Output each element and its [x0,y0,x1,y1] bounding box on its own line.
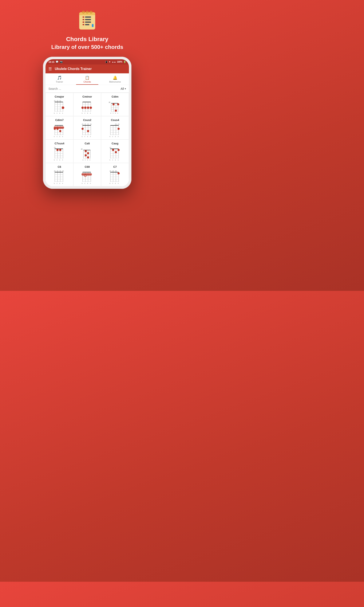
chord-c69[interactable]: C69 G C E [73,163,101,186]
svg-text:G: G [83,159,83,161]
svg-text:E: E [115,136,116,137]
chord-csus2-diagram: G C E A [79,123,96,138]
chord-grid: Cmajor [46,93,129,186]
search-bar: All ▾ [46,85,129,93]
metronome-icon: 🔔 [113,76,117,80]
tab-chords-label: Chords [83,80,91,83]
chord-calt[interactable]: Calt 2fr G C [73,140,101,163]
chord-csus2-name: Csus2 [83,119,91,122]
chord-csus4-diagram: G C E A [107,123,123,138]
svg-point-94 [87,124,89,125]
chord-cmajor[interactable]: Cmajor [46,93,73,116]
chord-c69-diagram: G C E A [79,170,96,185]
svg-text:G: G [110,136,110,137]
svg-text:C: C [112,136,113,137]
svg-text:A: A [118,183,119,184]
chord-cdim-name: Cdim [112,95,119,98]
phone-screen: 18:15 💬 📷 📳 ▼ ▲▲ 100% 🔋 ☰ Ukulele Chords… [46,59,129,186]
battery-text: 100% [117,61,122,63]
menu-icon[interactable]: ☰ [49,66,52,71]
svg-text:C: C [84,183,85,184]
svg-point-164 [117,149,120,151]
svg-point-179 [57,171,58,172]
svg-text:2fr: 2fr [81,148,83,150]
chord-cminor[interactable]: Cminor G C [73,93,101,116]
chord-cminor-name: Cminor [82,95,92,98]
svg-text:C: C [57,136,57,137]
chord-c7-diagram: G C E A [107,170,123,185]
search-input[interactable] [49,87,118,91]
chord-c7[interactable]: C7 G C [101,163,129,186]
svg-point-145 [87,152,89,154]
chord-csus4[interactable]: Csus4 G C E A [101,116,129,140]
app-bar-title: Ukulele Chords Trainer [55,67,92,71]
chord-c7sus4[interactable]: C7sus4 G C E A [46,140,73,163]
chord-cdim7-name: Cdim7 [55,119,64,122]
tab-metronome[interactable]: 🔔 Metronome [101,73,129,85]
promo-title: Chords Library [66,35,108,43]
svg-text:2fr: 2fr [109,102,111,103]
vibrate-icon: 📳 [105,61,108,63]
svg-point-95 [90,124,91,125]
svg-text:G: G [54,136,55,137]
svg-text:A: A [117,113,118,114]
app-bar: ☰ Ukulele Chords Trainer [46,65,129,73]
svg-point-211 [113,171,114,172]
svg-point-146 [85,154,87,156]
svg-rect-11 [85,22,91,23]
tab-chords[interactable]: 📋 Chords [73,73,101,85]
svg-point-59 [113,103,115,106]
chord-c6-diagram: G C E A [51,170,68,185]
svg-point-96 [81,128,84,130]
svg-point-78 [59,130,61,132]
svg-text:E: E [59,159,60,161]
chord-c6-name: C6 [58,165,61,168]
svg-text:A: A [90,159,90,161]
svg-text:E: E [59,183,60,184]
svg-text:E: E [115,183,116,184]
svg-text:E: E [87,136,88,137]
svg-text:C: C [84,113,85,114]
tab-metronome-label: Metronome [109,80,121,83]
svg-text:C: C [113,113,114,114]
chord-caug-name: Caug [112,142,119,145]
svg-point-44 [90,107,92,109]
chord-cmajor-name: Cmajor [55,95,64,98]
svg-rect-14 [92,24,93,27]
message-icon: 📷 [60,61,63,63]
svg-text:E: E [115,159,116,161]
filter-dropdown[interactable]: All ▾ [120,87,126,91]
svg-text:G: G [54,113,55,114]
chord-c7sus4-name: C7sus4 [54,142,64,145]
svg-point-161 [110,147,111,148]
app-icon [77,8,98,32]
chord-cdim7[interactable]: Cdim7 G C [46,116,73,140]
svg-point-41 [81,107,84,109]
svg-text:A: A [90,183,91,184]
tab-trainer[interactable]: 🎵 Trainer [46,73,73,85]
svg-point-181 [62,171,64,172]
status-left: 18:15 💬 📷 [49,61,63,63]
svg-rect-12 [83,24,84,25]
svg-text:C: C [57,183,57,184]
svg-text:C: C [57,113,57,114]
chords-icon: 📋 [85,76,90,80]
chord-cdim[interactable]: Cdim 2fr G C [101,93,129,116]
svg-point-162 [112,149,114,151]
chord-caug[interactable]: Caug G C E [101,140,129,163]
svg-point-127 [54,147,55,148]
svg-point-92 [82,124,83,125]
chord-c6[interactable]: C6 G C E [46,163,73,186]
svg-text:A: A [118,159,119,161]
chevron-down-icon: ▾ [125,87,126,90]
chord-csus2[interactable]: Csus2 [73,116,101,140]
svg-text:G: G [82,113,83,114]
status-time: 18:15 [49,61,54,63]
status-right: 📳 ▼ ▲▲ 100% 🔋 [105,61,126,63]
svg-text:A: A [90,136,91,137]
svg-text:G: G [82,183,83,184]
svg-text:C: C [57,159,57,161]
svg-point-42 [84,107,87,109]
svg-point-147 [87,156,89,158]
svg-point-61 [115,110,117,112]
